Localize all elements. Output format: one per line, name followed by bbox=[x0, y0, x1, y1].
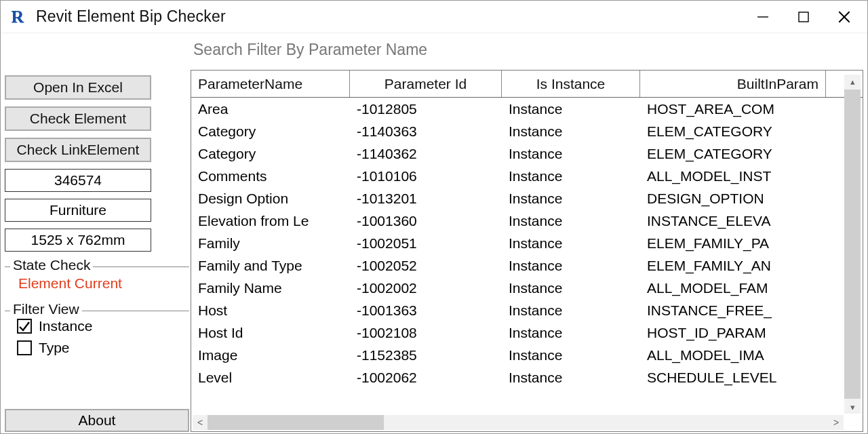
open-in-excel-button[interactable]: Open In Excel bbox=[5, 75, 151, 100]
cell-is-instance: Instance bbox=[502, 325, 640, 341]
cell-parameter-id: -1002108 bbox=[350, 325, 502, 341]
cell-parameter-name: Family bbox=[191, 235, 350, 252]
checkbox-icon bbox=[17, 319, 32, 334]
filter-view-group: Filter View Instance Type bbox=[5, 311, 189, 363]
state-check-group: State Check Element Current bbox=[5, 267, 189, 297]
scroll-up-arrow-icon[interactable]: ▴ bbox=[844, 75, 861, 88]
cell-builtin-param: HOST_ID_PARAM bbox=[640, 325, 826, 341]
horizontal-scrollbar-thumb[interactable] bbox=[208, 415, 384, 430]
grid-header: ParameterName Parameter Id Is Instance B… bbox=[191, 71, 863, 98]
cell-builtin-param: ELEM_CATEGORY bbox=[640, 146, 826, 162]
column-header-is-instance[interactable]: Is Instance bbox=[502, 71, 640, 97]
scroll-down-arrow-icon[interactable]: ▾ bbox=[844, 400, 861, 414]
cell-builtin-param: INSTANCE_FREE_ bbox=[640, 302, 826, 319]
table-row[interactable]: Category-1140362InstanceELEM_CATEGORY bbox=[191, 142, 863, 165]
table-row[interactable]: Comments-1010106InstanceALL_MODEL_INST bbox=[191, 165, 863, 187]
minimize-button[interactable] bbox=[743, 3, 783, 31]
cell-is-instance: Instance bbox=[502, 302, 640, 319]
window-title: Revit Element Bip Checker bbox=[36, 7, 226, 26]
filter-type-label: Type bbox=[39, 340, 70, 356]
cell-is-instance: Instance bbox=[502, 123, 640, 140]
table-row[interactable]: Category-1140363InstanceELEM_CATEGORY bbox=[191, 120, 863, 142]
cell-parameter-id: -1002052 bbox=[350, 258, 502, 274]
cell-builtin-param: INSTANCE_ELEVA bbox=[640, 213, 826, 229]
scroll-right-arrow-icon[interactable]: > bbox=[829, 415, 844, 430]
filter-view-legend: Filter View bbox=[10, 301, 82, 317]
cell-parameter-name: Elevation from Le bbox=[191, 213, 350, 229]
sidebar: Open In Excel Check Element Check LinkEl… bbox=[1, 33, 191, 434]
table-row[interactable]: Host Id-1002108InstanceHOST_ID_PARAM bbox=[191, 321, 863, 344]
element-family-type-field: 1525 x 762mm bbox=[5, 229, 151, 252]
svg-rect-1 bbox=[799, 12, 808, 22]
title-bar: R Revit Element Bip Checker bbox=[1, 1, 867, 33]
table-row[interactable]: Family Name-1002002InstanceALL_MODEL_FAM bbox=[191, 277, 863, 299]
parameter-grid: ParameterName Parameter Id Is Instance B… bbox=[191, 70, 863, 432]
cell-parameter-id: -1140363 bbox=[350, 123, 502, 140]
cell-parameter-name: Design Option bbox=[191, 191, 350, 207]
table-row[interactable]: Elevation from Le-1001360InstanceINSTANC… bbox=[191, 210, 863, 232]
state-check-legend: State Check bbox=[10, 257, 93, 273]
element-category-field: Furniture bbox=[5, 199, 151, 222]
cell-parameter-id: -1013201 bbox=[350, 191, 502, 207]
about-button[interactable]: About bbox=[5, 409, 189, 432]
cell-is-instance: Instance bbox=[502, 101, 640, 117]
cell-is-instance: Instance bbox=[502, 347, 640, 363]
filter-type-checkbox[interactable]: Type bbox=[17, 337, 181, 359]
cell-builtin-param: ALL_MODEL_IMA bbox=[640, 347, 826, 363]
vertical-scrollbar[interactable]: ▴ ▾ bbox=[844, 75, 861, 414]
cell-parameter-id: -1001363 bbox=[350, 302, 502, 319]
filter-instance-label: Instance bbox=[39, 318, 92, 334]
cell-parameter-name: Level bbox=[191, 370, 350, 386]
table-row[interactable]: Host-1001363InstanceINSTANCE_FREE_ bbox=[191, 299, 863, 321]
table-row[interactable]: Image-1152385InstanceALL_MODEL_IMA bbox=[191, 344, 863, 366]
cell-parameter-name: Host Id bbox=[191, 325, 350, 341]
cell-parameter-name: Image bbox=[191, 347, 350, 363]
cell-parameter-id: -1010106 bbox=[350, 168, 502, 184]
table-row[interactable]: Level-1002062InstanceSCHEDULE_LEVEL bbox=[191, 366, 863, 389]
table-row[interactable]: Family-1002051InstanceELEM_FAMILY_PA bbox=[191, 232, 863, 254]
checkbox-icon bbox=[17, 340, 32, 355]
check-link-element-button[interactable]: Check LinkElement bbox=[5, 138, 151, 162]
cell-parameter-name: Family and Type bbox=[191, 258, 350, 274]
search-input[interactable] bbox=[191, 36, 863, 63]
cell-is-instance: Instance bbox=[502, 213, 640, 229]
grid-body: Area-1012805InstanceHOST_AREA_COMCategor… bbox=[191, 98, 863, 416]
cell-parameter-name: Area bbox=[191, 101, 350, 117]
cell-parameter-name: Family Name bbox=[191, 280, 350, 296]
column-header-parameter-id[interactable]: Parameter Id bbox=[350, 71, 502, 97]
check-element-button[interactable]: Check Element bbox=[5, 106, 151, 131]
app-icon: R bbox=[6, 5, 29, 28]
element-id-field: 346574 bbox=[5, 169, 151, 192]
cell-parameter-id: -1152385 bbox=[350, 347, 502, 363]
cell-builtin-param: ALL_MODEL_FAM bbox=[640, 280, 826, 296]
scroll-left-arrow-icon[interactable]: < bbox=[193, 415, 208, 430]
cell-is-instance: Instance bbox=[502, 191, 640, 207]
cell-parameter-id: -1140362 bbox=[350, 146, 502, 162]
cell-is-instance: Instance bbox=[502, 370, 640, 386]
close-button[interactable] bbox=[824, 3, 865, 31]
cell-parameter-name: Category bbox=[191, 146, 350, 162]
cell-is-instance: Instance bbox=[502, 235, 640, 252]
search-box bbox=[191, 33, 863, 66]
horizontal-scrollbar[interactable]: < > bbox=[193, 415, 844, 430]
cell-parameter-name: Category bbox=[191, 123, 350, 140]
cell-builtin-param: SCHEDULE_LEVEL bbox=[640, 370, 826, 386]
cell-builtin-param: ELEM_CATEGORY bbox=[640, 123, 826, 140]
column-header-builtin-param[interactable]: BuiltInParam bbox=[640, 71, 826, 97]
cell-is-instance: Instance bbox=[502, 168, 640, 184]
cell-parameter-id: -1012805 bbox=[350, 101, 502, 117]
cell-builtin-param: ALL_MODEL_INST bbox=[640, 168, 826, 184]
cell-builtin-param: DESIGN_OPTION bbox=[640, 191, 826, 207]
table-row[interactable]: Area-1012805InstanceHOST_AREA_COM bbox=[191, 98, 863, 120]
column-header-parameter-name[interactable]: ParameterName bbox=[191, 71, 350, 97]
cell-is-instance: Instance bbox=[502, 146, 640, 162]
cell-parameter-id: -1002062 bbox=[350, 370, 502, 386]
maximize-button[interactable] bbox=[783, 3, 824, 31]
vertical-scrollbar-thumb[interactable] bbox=[844, 90, 861, 399]
filter-instance-checkbox[interactable]: Instance bbox=[17, 315, 181, 337]
cell-parameter-id: -1001360 bbox=[350, 213, 502, 229]
table-row[interactable]: Design Option-1013201InstanceDESIGN_OPTI… bbox=[191, 187, 863, 210]
table-row[interactable]: Family and Type-1002052InstanceELEM_FAMI… bbox=[191, 254, 863, 277]
cell-builtin-param: ELEM_FAMILY_AN bbox=[640, 258, 826, 274]
state-check-value: Element Current bbox=[17, 271, 181, 293]
